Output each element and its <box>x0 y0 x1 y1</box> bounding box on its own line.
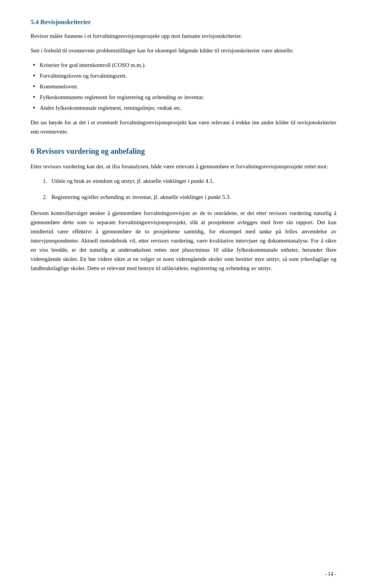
page-number: - 14 - <box>325 571 336 577</box>
numbered-item-1-text: Utleie og bruk av eiendom og utstyr, jf.… <box>52 178 214 184</box>
section-6: 6 Revisors vurdering og anbefaling Etter… <box>31 147 336 273</box>
numbered-item-2-text: Registrering og/eller avhending av inven… <box>52 194 231 200</box>
bullet-item-1: Kriterier for god internkontroll (COSO m… <box>31 60 336 70</box>
section-6-closing: Dersom kontrollutvalget ønsker å gjennom… <box>31 208 336 273</box>
numbered-item-2: 2. Registrering og/eller avhending av in… <box>43 192 336 202</box>
page-footer: - 14 - <box>325 571 336 577</box>
section-5-4-para3: Det tas høyde for at det i et eventuelt … <box>31 118 336 136</box>
section-5-4-bullet-list: Kriterier for god internkontroll (COSO m… <box>31 60 336 112</box>
section-5-4-para2: Sett i forhold til ovennevnte problemsti… <box>31 46 336 55</box>
numbered-item-2-num: 2. <box>43 194 47 200</box>
section-6-intro: Etter revisors vurdering kan det, ut ifr… <box>31 162 336 171</box>
numbered-items-container: 1. Utleie og bruk av eiendom og utstyr, … <box>43 176 336 202</box>
section-5-4: 5.4 Revisjonskriterier Revisor måler fun… <box>31 18 336 136</box>
numbered-item-1: 1. Utleie og bruk av eiendom og utstyr, … <box>43 176 336 186</box>
bullet-item-5: Andre fylkeskommunale reglement, retning… <box>31 103 336 112</box>
page-container: 5.4 Revisjonskriterier Revisor måler fun… <box>0 0 367 588</box>
section-5-4-para1: Revisor måler funnene i et forvaltningsr… <box>31 31 336 41</box>
bullet-item-2: Forvaltningsloven og forvaltningsrett. <box>31 71 336 80</box>
bullet-item-3: Kommuneloven. <box>31 82 336 91</box>
bullet-item-4: Fylkeskommunens reglement for registreri… <box>31 93 336 102</box>
section-5-4-heading: 5.4 Revisjonskriterier <box>31 18 336 26</box>
numbered-item-1-num: 1. <box>43 178 47 184</box>
section-6-heading: 6 Revisors vurdering og anbefaling <box>31 147 336 156</box>
